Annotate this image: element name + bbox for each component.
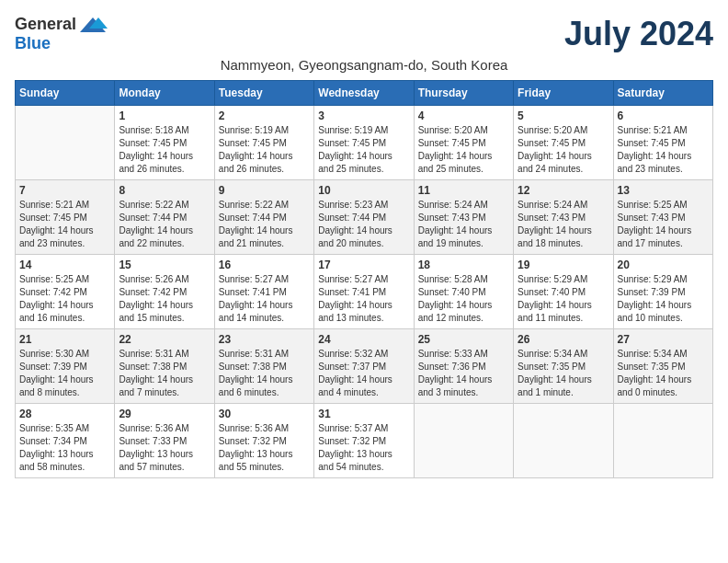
day-number: 24 <box>318 333 409 346</box>
logo-general-text: General <box>15 15 76 34</box>
calendar-cell: 22Sunrise: 5:31 AM Sunset: 7:38 PM Dayli… <box>115 329 214 404</box>
day-number: 6 <box>618 109 709 122</box>
day-number: 20 <box>618 259 709 271</box>
day-number: 9 <box>219 184 310 197</box>
day-header-wednesday: Wednesday <box>314 81 414 106</box>
calendar-cell: 25Sunrise: 5:33 AM Sunset: 7:36 PM Dayli… <box>414 329 513 404</box>
day-number: 22 <box>119 333 210 346</box>
logo-icon <box>78 16 108 34</box>
calendar-cell: 11Sunrise: 5:24 AM Sunset: 7:43 PM Dayli… <box>414 180 513 255</box>
calendar-cell: 17Sunrise: 5:27 AM Sunset: 7:41 PM Dayli… <box>314 255 414 329</box>
calendar-cell: 5Sunrise: 5:20 AM Sunset: 7:45 PM Daylig… <box>514 106 613 180</box>
day-info: Sunrise: 5:23 AM Sunset: 7:44 PM Dayligh… <box>318 199 409 250</box>
calendar-cell <box>514 404 613 478</box>
day-number: 25 <box>418 333 509 346</box>
day-info: Sunrise: 5:34 AM Sunset: 7:35 PM Dayligh… <box>618 348 709 399</box>
day-number: 5 <box>518 109 609 122</box>
day-info: Sunrise: 5:32 AM Sunset: 7:37 PM Dayligh… <box>318 348 409 399</box>
calendar-cell: 7Sunrise: 5:21 AM Sunset: 7:45 PM Daylig… <box>16 180 115 255</box>
calendar-cell: 10Sunrise: 5:23 AM Sunset: 7:44 PM Dayli… <box>314 180 414 255</box>
calendar-cell: 8Sunrise: 5:22 AM Sunset: 7:44 PM Daylig… <box>115 180 214 255</box>
calendar-cell: 1Sunrise: 5:18 AM Sunset: 7:45 PM Daylig… <box>115 106 214 180</box>
calendar-cell <box>613 404 712 478</box>
calendar-cell: 21Sunrise: 5:30 AM Sunset: 7:39 PM Dayli… <box>16 329 115 404</box>
calendar-cell: 31Sunrise: 5:37 AM Sunset: 7:32 PM Dayli… <box>314 404 414 478</box>
calendar-cell: 2Sunrise: 5:19 AM Sunset: 7:45 PM Daylig… <box>214 106 313 180</box>
calendar-table: SundayMondayTuesdayWednesdayThursdayFrid… <box>15 80 713 478</box>
calendar-cell: 13Sunrise: 5:25 AM Sunset: 7:43 PM Dayli… <box>613 180 712 255</box>
day-number: 30 <box>219 408 310 420</box>
day-info: Sunrise: 5:21 AM Sunset: 7:45 PM Dayligh… <box>618 124 709 176</box>
calendar-cell: 18Sunrise: 5:28 AM Sunset: 7:40 PM Dayli… <box>414 255 513 329</box>
calendar-cell <box>16 106 115 180</box>
logo-blue-text: Blue <box>15 34 51 53</box>
day-number: 10 <box>318 184 409 197</box>
day-info: Sunrise: 5:30 AM Sunset: 7:39 PM Dayligh… <box>19 348 110 399</box>
calendar-cell: 14Sunrise: 5:25 AM Sunset: 7:42 PM Dayli… <box>16 255 115 329</box>
day-number: 31 <box>318 408 409 420</box>
day-number: 19 <box>518 259 609 271</box>
day-info: Sunrise: 5:31 AM Sunset: 7:38 PM Dayligh… <box>219 348 310 399</box>
day-number: 3 <box>318 109 409 122</box>
day-number: 8 <box>119 184 210 197</box>
day-number: 2 <box>219 109 310 122</box>
calendar-cell: 23Sunrise: 5:31 AM Sunset: 7:38 PM Dayli… <box>214 329 313 404</box>
day-info: Sunrise: 5:24 AM Sunset: 7:43 PM Dayligh… <box>418 199 509 250</box>
day-info: Sunrise: 5:36 AM Sunset: 7:32 PM Dayligh… <box>219 422 310 474</box>
day-info: Sunrise: 5:20 AM Sunset: 7:45 PM Dayligh… <box>418 124 509 176</box>
day-info: Sunrise: 5:20 AM Sunset: 7:45 PM Dayligh… <box>518 124 609 176</box>
day-info: Sunrise: 5:37 AM Sunset: 7:32 PM Dayligh… <box>318 422 409 474</box>
calendar-cell: 15Sunrise: 5:26 AM Sunset: 7:42 PM Dayli… <box>115 255 214 329</box>
day-number: 29 <box>119 408 210 420</box>
day-info: Sunrise: 5:29 AM Sunset: 7:39 PM Dayligh… <box>618 273 709 325</box>
calendar-cell <box>414 404 513 478</box>
calendar-cell: 27Sunrise: 5:34 AM Sunset: 7:35 PM Dayli… <box>613 329 712 404</box>
day-number: 16 <box>219 259 310 271</box>
calendar-cell: 9Sunrise: 5:22 AM Sunset: 7:44 PM Daylig… <box>214 180 313 255</box>
day-info: Sunrise: 5:27 AM Sunset: 7:41 PM Dayligh… <box>318 273 409 325</box>
day-number: 15 <box>119 259 210 271</box>
day-info: Sunrise: 5:24 AM Sunset: 7:43 PM Dayligh… <box>518 199 609 250</box>
day-number: 7 <box>19 184 110 197</box>
day-number: 13 <box>618 184 709 197</box>
day-number: 21 <box>19 333 110 346</box>
logo: General Blue <box>15 15 108 53</box>
calendar-cell: 30Sunrise: 5:36 AM Sunset: 7:32 PM Dayli… <box>214 404 313 478</box>
day-number: 4 <box>418 109 509 122</box>
day-info: Sunrise: 5:21 AM Sunset: 7:45 PM Dayligh… <box>19 199 110 250</box>
day-number: 28 <box>19 408 110 420</box>
calendar-cell: 29Sunrise: 5:36 AM Sunset: 7:33 PM Dayli… <box>115 404 214 478</box>
calendar-cell: 6Sunrise: 5:21 AM Sunset: 7:45 PM Daylig… <box>613 106 712 180</box>
day-header-thursday: Thursday <box>414 81 513 106</box>
day-header-sunday: Sunday <box>16 81 115 106</box>
calendar-subtitle: Nammyeon, Gyeongsangnam-do, South Korea <box>15 57 713 73</box>
day-number: 27 <box>618 333 709 346</box>
day-info: Sunrise: 5:26 AM Sunset: 7:42 PM Dayligh… <box>119 273 210 325</box>
day-number: 14 <box>19 259 110 271</box>
day-info: Sunrise: 5:25 AM Sunset: 7:43 PM Dayligh… <box>618 199 709 250</box>
day-info: Sunrise: 5:22 AM Sunset: 7:44 PM Dayligh… <box>119 199 210 250</box>
calendar-cell: 24Sunrise: 5:32 AM Sunset: 7:37 PM Dayli… <box>314 329 414 404</box>
day-info: Sunrise: 5:18 AM Sunset: 7:45 PM Dayligh… <box>119 124 210 176</box>
day-info: Sunrise: 5:25 AM Sunset: 7:42 PM Dayligh… <box>19 273 110 325</box>
calendar-cell: 4Sunrise: 5:20 AM Sunset: 7:45 PM Daylig… <box>414 106 513 180</box>
calendar-cell: 28Sunrise: 5:35 AM Sunset: 7:34 PM Dayli… <box>16 404 115 478</box>
day-info: Sunrise: 5:33 AM Sunset: 7:36 PM Dayligh… <box>418 348 509 399</box>
day-header-tuesday: Tuesday <box>214 81 313 106</box>
day-info: Sunrise: 5:22 AM Sunset: 7:44 PM Dayligh… <box>219 199 310 250</box>
calendar-cell: 3Sunrise: 5:19 AM Sunset: 7:45 PM Daylig… <box>314 106 414 180</box>
day-header-saturday: Saturday <box>613 81 712 106</box>
day-info: Sunrise: 5:28 AM Sunset: 7:40 PM Dayligh… <box>418 273 509 325</box>
day-info: Sunrise: 5:35 AM Sunset: 7:34 PM Dayligh… <box>19 422 110 474</box>
day-info: Sunrise: 5:36 AM Sunset: 7:33 PM Dayligh… <box>119 422 210 474</box>
day-info: Sunrise: 5:34 AM Sunset: 7:35 PM Dayligh… <box>518 348 609 399</box>
calendar-cell: 26Sunrise: 5:34 AM Sunset: 7:35 PM Dayli… <box>514 329 613 404</box>
day-number: 26 <box>518 333 609 346</box>
day-info: Sunrise: 5:19 AM Sunset: 7:45 PM Dayligh… <box>219 124 310 176</box>
month-title: July 2024 <box>564 15 713 53</box>
day-info: Sunrise: 5:19 AM Sunset: 7:45 PM Dayligh… <box>318 124 409 176</box>
day-info: Sunrise: 5:31 AM Sunset: 7:38 PM Dayligh… <box>119 348 210 399</box>
day-number: 12 <box>518 184 609 197</box>
calendar-cell: 20Sunrise: 5:29 AM Sunset: 7:39 PM Dayli… <box>613 255 712 329</box>
day-number: 11 <box>418 184 509 197</box>
